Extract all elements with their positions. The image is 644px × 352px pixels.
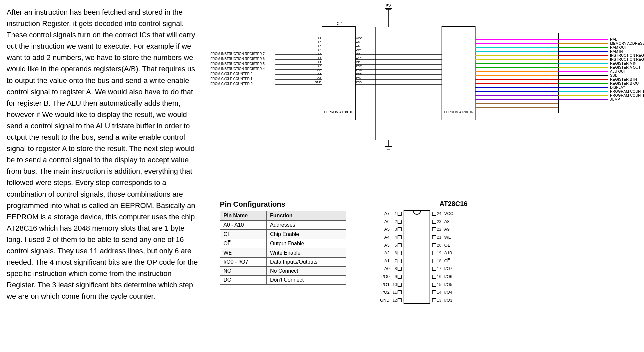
right-content-column: 5V FROM INSTRUCTION REGISTER 7 FROM INST…: [206, 0, 644, 352]
pin-box: [398, 290, 402, 294]
right-pin-row: 21WE̅: [432, 234, 468, 241]
svg-text:A9: A9: [356, 45, 360, 48]
pin-label: GND: [366, 297, 390, 304]
pin-number: 1: [390, 210, 397, 217]
pin-label: A6: [366, 218, 390, 225]
svg-text:A1: A1: [318, 61, 321, 64]
pin-label: A3: [366, 242, 390, 249]
pin-number: 19: [437, 250, 444, 256]
table-row: NCNo Connect: [220, 267, 346, 276]
pin-label: A0: [366, 265, 390, 272]
svg-text:A2: A2: [318, 57, 321, 60]
svg-text:GND: GND: [315, 81, 322, 84]
pin-box: [398, 220, 402, 224]
pin-number: 13: [437, 297, 444, 304]
pin-box: [398, 235, 402, 239]
pin-number: 20: [437, 242, 444, 249]
right-pin-row: 19A10: [432, 250, 468, 256]
svg-text:A7: A7: [318, 37, 321, 40]
pin-name-cell: DC: [220, 276, 267, 285]
pin-label: A4: [366, 234, 390, 241]
left-pin-row: A17: [366, 258, 402, 264]
left-pin-row: I/O110: [366, 281, 402, 288]
pin-box: [398, 283, 402, 287]
pin-box: [432, 259, 436, 263]
chip-notch: [413, 211, 421, 215]
pin-box: [432, 251, 436, 255]
right-pin-row: 17I/O7: [432, 265, 468, 272]
right-pin-row: 24VCC: [432, 210, 468, 217]
pin-number: 17: [437, 265, 444, 272]
pin-box: [398, 275, 402, 279]
right-pin-row: 14I/O4: [432, 289, 468, 296]
left-pin-row: A35: [366, 242, 402, 249]
pin-label: I/O5: [444, 281, 468, 288]
main-container: After an instruction has been fetched an…: [0, 0, 644, 352]
right-pin-row: 23A8: [432, 218, 468, 225]
pin-label: I/O1: [366, 281, 390, 288]
pin-number: 7: [390, 258, 397, 264]
pin-number: 16: [437, 273, 444, 280]
left-pin-row: A71: [366, 210, 402, 217]
pin-name-cell: NC: [220, 267, 267, 276]
table-row: OE̅Output Enable: [220, 239, 346, 248]
from-cc0-label: FROM CYCLE COUNTER 0: [210, 82, 253, 86]
pin-table: Pin Name Function A0 - A10AddressesCE̅Ch…: [220, 211, 346, 285]
function-cell: Don't Connect: [267, 276, 346, 285]
svg-text:EEPROM AT28C16: EEPROM AT28C16: [444, 110, 473, 114]
pin-label: A8: [444, 218, 468, 225]
pin-config-title: Pin Configurations: [220, 200, 346, 209]
table-row: CE̅Chip Enable: [220, 230, 346, 239]
table-row: WE̅Write Enable: [220, 248, 346, 258]
function-cell: No Connect: [267, 267, 346, 276]
pin-box: [432, 267, 436, 271]
function-cell: Addresses: [267, 221, 346, 230]
pin-box: [398, 298, 402, 302]
ram-in-label: RAM IN: [610, 49, 623, 53]
pin-box: [432, 227, 436, 231]
svg-text:WE: WE: [356, 49, 361, 52]
right-pin-row: 13I/O3: [432, 297, 468, 304]
pin-box: [432, 298, 436, 302]
svg-text:A3: A3: [318, 53, 321, 56]
pin-number: 15: [437, 281, 444, 288]
left-pin-row: A44: [366, 234, 402, 241]
pin-number: 14: [437, 289, 444, 296]
reg-a-in-label: REGISTER A IN: [610, 61, 637, 65]
chip-diagram: A71A62A53A44A35A26A17A08I/O09I/O110I/O21…: [366, 210, 468, 304]
pin-label: I/O4: [444, 289, 468, 296]
function-cell: Write Enable: [267, 248, 346, 258]
pin-number: 23: [437, 218, 444, 225]
pin-box: [432, 220, 436, 224]
pin-box: [432, 235, 436, 239]
chip-diagram-container: AT28C16 A71A62A53A44A35A26A17A08I/O09I/O…: [366, 200, 468, 304]
pin-number: 11: [390, 289, 397, 296]
alu-out-label: ALU OUT: [610, 69, 626, 73]
table-row: DCDon't Connect: [220, 276, 346, 285]
pin-label: OE̅: [444, 242, 468, 249]
left-pin-row: I/O09: [366, 273, 402, 280]
voltage-label: 5V: [386, 4, 391, 8]
pin-number: 21: [437, 234, 444, 241]
function-cell: Data Inputs/Outputs: [267, 258, 346, 267]
eeprom-chip-2: [442, 27, 475, 120]
svg-text:I/O1: I/O1: [316, 73, 321, 76]
pin-label: A1: [366, 258, 390, 264]
pin-box: [398, 251, 402, 255]
circuit-svg: 5V FROM INSTRUCTION REGISTER 7 FROM INST…: [206, 0, 644, 193]
right-pin-row: 15I/O5: [432, 281, 468, 288]
left-pin-row: I/O211: [366, 289, 402, 296]
reg-b-in-label: REGISTER B IN: [610, 77, 637, 81]
pin-box: [432, 243, 436, 247]
svg-text:CE: CE: [356, 61, 360, 64]
right-pin-row: 16I/O6: [432, 273, 468, 280]
ic2-label: IC2: [336, 21, 342, 26]
from-ir7-label: FROM INSTRUCTION REGISTER 7: [210, 52, 265, 56]
pin-number: 4: [390, 234, 397, 241]
ram-out-label: RAM OUT: [610, 45, 627, 49]
from-ir4-label: FROM INSTRUCTION REGISTER 4: [210, 67, 265, 71]
pin-number: 2: [390, 218, 397, 225]
left-pin-row: A08: [366, 265, 402, 272]
pin-name-header: Pin Name: [220, 211, 267, 221]
reg-a-out-label: REGISTER A OUT: [610, 65, 641, 69]
